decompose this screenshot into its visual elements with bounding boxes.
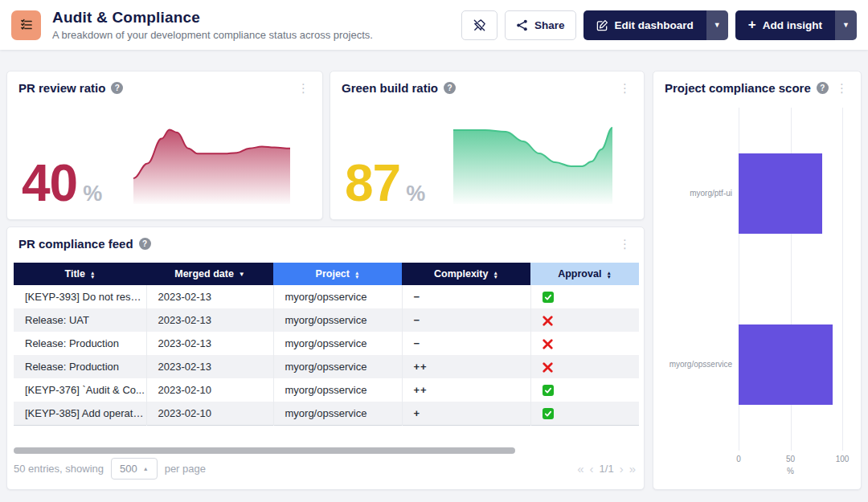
- table-row[interactable]: [KEYP-376] `Audit & Co...2023-02-10myorg…: [14, 378, 639, 402]
- column-header-approval[interactable]: Approval▲▼: [530, 263, 639, 285]
- rejected-icon: [542, 339, 553, 349]
- entries-text: 50 entries, showing: [14, 463, 104, 475]
- sort-icon: ▲▼: [606, 271, 611, 279]
- column-header-title[interactable]: Title▲▼: [14, 263, 146, 285]
- x-tick: 0: [736, 455, 741, 463]
- metric-value: 40: [22, 153, 77, 213]
- caret-down-icon: ▼: [714, 21, 721, 29]
- page-subtitle: A breakdown of your development complian…: [52, 29, 373, 41]
- feed-table-body: [KEYP-393] Do not reset...2023-02-13myor…: [14, 285, 639, 425]
- table-row[interactable]: [KEYP-385] Add operato...2023-02-10myorg…: [14, 402, 639, 425]
- per-page-text: per page: [165, 463, 206, 475]
- share-button-label: Share: [534, 19, 565, 31]
- table-row[interactable]: [KEYP-393] Do not reset...2023-02-13myor…: [14, 285, 639, 308]
- page-size-select[interactable]: 500 ▲: [111, 458, 158, 480]
- complexity-cell: ++: [402, 378, 530, 402]
- compliance-feed-table: Title▲▼ Merged date▼ Project▲▼ Complexit…: [14, 263, 639, 426]
- title-cell: [KEYP-376] `Audit & Co...: [14, 378, 146, 402]
- complexity-cell: −: [402, 285, 530, 308]
- bar-opsservice[interactable]: [739, 324, 833, 405]
- share-button[interactable]: Share: [505, 10, 576, 40]
- approval-cell: [530, 308, 639, 332]
- horizontal-scrollbar[interactable]: [14, 447, 515, 454]
- kebab-menu-icon[interactable]: ⋮: [617, 82, 633, 94]
- merged-date-cell: 2023-02-10: [146, 402, 273, 425]
- column-header-merged-date[interactable]: Merged date▼: [146, 263, 273, 285]
- edit-dashboard-button[interactable]: Edit dashboard: [583, 10, 706, 40]
- help-icon[interactable]: ?: [444, 82, 456, 94]
- project-cell: myorg/opsservice: [273, 402, 402, 425]
- title-cell: Release: Production: [14, 332, 146, 355]
- help-icon[interactable]: ?: [139, 238, 151, 250]
- title-cell: [KEYP-385] Add operato...: [14, 402, 146, 425]
- card-title: Project compliance score: [665, 81, 811, 95]
- page-header: Audit & Compliance A breakdown of your d…: [0, 0, 868, 50]
- next-page-button[interactable]: ›: [620, 462, 624, 475]
- edit-dashboard-splitbutton: Edit dashboard ▼: [583, 10, 728, 40]
- edit-dashboard-caret[interactable]: ▼: [706, 10, 728, 40]
- approved-icon: [542, 408, 554, 419]
- title-cell: [KEYP-393] Do not reset...: [14, 285, 146, 308]
- kebab-menu-icon[interactable]: ⋮: [834, 82, 850, 94]
- approved-icon: [542, 292, 554, 303]
- plus-icon: +: [748, 17, 756, 33]
- card-title: Green build ratio: [342, 81, 438, 95]
- caret-down-icon: ▼: [842, 21, 850, 29]
- sort-icon: ▲▼: [493, 271, 497, 279]
- dashboard-checklist-icon: [11, 10, 41, 40]
- table-row[interactable]: Release: Production2023-02-13myorg/opsse…: [14, 332, 639, 355]
- kebab-menu-icon[interactable]: ⋮: [296, 82, 311, 94]
- bar-ptf-ui[interactable]: [739, 153, 822, 234]
- green-build-ratio-card: Green build ratio ? ⋮ 87 %: [330, 71, 645, 220]
- green-build-area-chart: [453, 124, 612, 204]
- add-insight-label: Add insight: [763, 19, 822, 31]
- pr-compliance-feed-card: PR compliance feed ? ⋮ Title▲▼ Merged da…: [6, 227, 645, 490]
- kebab-menu-icon[interactable]: ⋮: [617, 238, 633, 250]
- complexity-cell: −: [402, 332, 530, 355]
- merged-date-cell: 2023-02-13: [146, 285, 273, 308]
- merged-date-cell: 2023-02-13: [146, 355, 273, 378]
- metric-unit: %: [406, 182, 425, 206]
- add-insight-caret[interactable]: ▼: [835, 10, 857, 40]
- metric-unit: %: [83, 182, 102, 206]
- prev-page-button[interactable]: ‹: [590, 462, 594, 475]
- table-row[interactable]: Release: UAT2023-02-13myorg/opsservice−: [14, 308, 639, 332]
- merged-date-cell: 2023-02-13: [146, 332, 273, 355]
- metric-value: 87: [345, 153, 400, 213]
- project-cell: myorg/opsservice: [273, 378, 402, 402]
- bar-category-label: myorg/opsservice: [657, 360, 732, 369]
- pagination: « ‹ 1/1 › »: [577, 462, 636, 475]
- sort-desc-icon: ▼: [239, 271, 245, 278]
- bar-chart-plot: 0 50 100 %: [739, 108, 842, 451]
- help-icon[interactable]: ?: [817, 82, 829, 94]
- feed-footer: 50 entries, showing 500 ▲ per page « ‹ 1…: [14, 458, 636, 480]
- x-tick: 50: [786, 455, 795, 463]
- page-indicator: 1/1: [600, 463, 614, 475]
- approved-icon: [542, 385, 554, 396]
- rejected-icon: [542, 316, 553, 326]
- column-header-project[interactable]: Project▲▼: [273, 263, 402, 285]
- bar-category-label: myorg/ptf-ui: [657, 189, 732, 198]
- approval-cell: [530, 355, 639, 378]
- complexity-cell: ++: [402, 355, 530, 378]
- share-icon: [516, 19, 528, 31]
- pr-review-ratio-card: PR review ratio ? ⋮ 40 %: [6, 71, 323, 220]
- sort-icon: ▲▼: [354, 271, 359, 279]
- x-axis-label: %: [787, 467, 794, 475]
- rejected-icon: [542, 362, 553, 373]
- table-row[interactable]: Release: Production2023-02-13myorg/opsse…: [14, 355, 639, 378]
- project-cell: myorg/opsservice: [273, 285, 402, 308]
- approval-cell: [530, 285, 639, 308]
- approval-cell: [530, 378, 639, 402]
- approval-cell: [530, 402, 639, 425]
- complexity-cell: +: [402, 402, 530, 425]
- last-page-button[interactable]: »: [629, 462, 636, 475]
- approval-cell: [530, 332, 639, 355]
- column-header-complexity[interactable]: Complexity▲▼: [402, 263, 530, 285]
- first-page-button[interactable]: «: [577, 462, 583, 475]
- add-insight-button[interactable]: + Add insight: [735, 10, 835, 40]
- help-icon[interactable]: ?: [111, 82, 123, 94]
- unpin-button[interactable]: [461, 10, 497, 40]
- add-insight-splitbutton: + Add insight ▼: [735, 10, 857, 40]
- edit-pencil-icon: [596, 19, 608, 31]
